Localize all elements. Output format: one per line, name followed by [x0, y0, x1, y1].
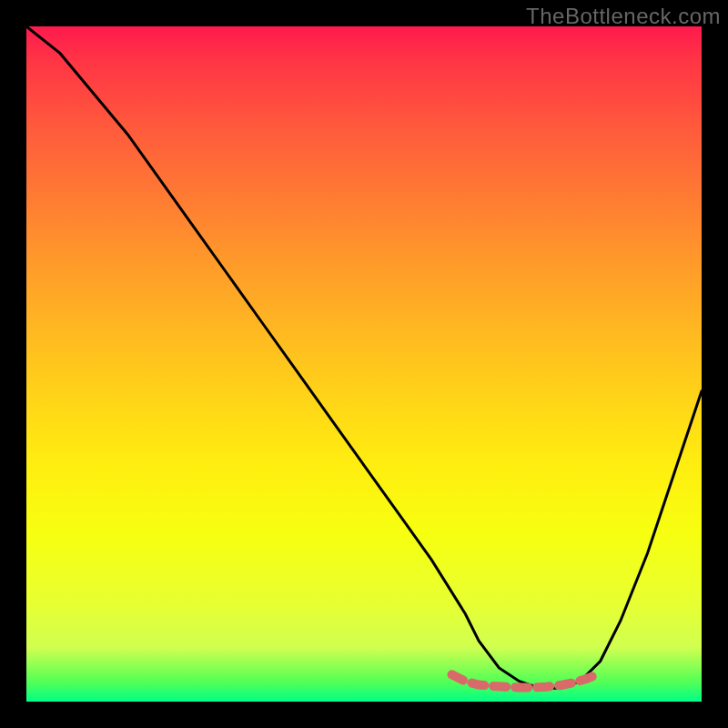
attribution-text: TheBottleneck.com: [526, 4, 721, 29]
plot-area: [26, 26, 702, 702]
highlighted-segment: [452, 673, 601, 688]
curve-svg: [26, 26, 702, 702]
chart-frame: TheBottleneck.com: [0, 0, 728, 728]
bottleneck-curve: [26, 26, 702, 688]
